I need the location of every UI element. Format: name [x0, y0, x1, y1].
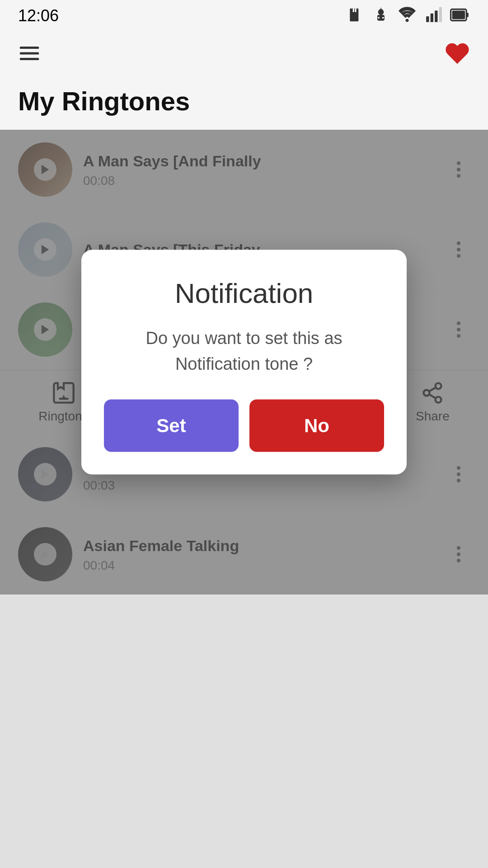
svg-rect-8 [380, 8, 381, 10]
svg-rect-12 [435, 11, 437, 22]
set-button[interactable]: Set [104, 400, 239, 452]
sd-card-icon [347, 6, 364, 25]
svg-point-6 [382, 17, 384, 19]
battery-icon [450, 6, 470, 25]
dialog-message: Do you want to set this as Notification … [104, 326, 384, 377]
top-bar [0, 32, 488, 77]
robot-icon [372, 6, 389, 25]
svg-rect-11 [431, 14, 433, 22]
notification-dialog: Notification Do you want to set this as … [81, 250, 407, 475]
page-title-section: My Ringtones [0, 77, 488, 130]
hamburger-menu-icon[interactable] [18, 42, 41, 66]
wifi-icon [398, 6, 417, 25]
page-title: My Ringtones [18, 86, 470, 116]
signal-icon [425, 6, 442, 25]
dialog-title: Notification [104, 277, 384, 309]
svg-point-9 [406, 19, 409, 22]
svg-rect-2 [355, 9, 356, 12]
status-time: 12:06 [18, 6, 59, 25]
status-bar: 12:06 [0, 0, 488, 32]
svg-rect-15 [452, 11, 465, 19]
svg-point-5 [378, 17, 380, 19]
svg-rect-13 [439, 7, 442, 22]
favorites-heart-icon[interactable] [445, 41, 470, 68]
svg-rect-1 [353, 9, 354, 12]
dialog-buttons: Set No [104, 400, 384, 452]
status-icons [347, 6, 470, 25]
main-content: A Man Says [And Finally 00:08 A Man Says… [0, 130, 488, 594]
svg-rect-10 [426, 16, 429, 22]
no-button[interactable]: No [249, 400, 384, 452]
svg-rect-16 [466, 13, 469, 17]
